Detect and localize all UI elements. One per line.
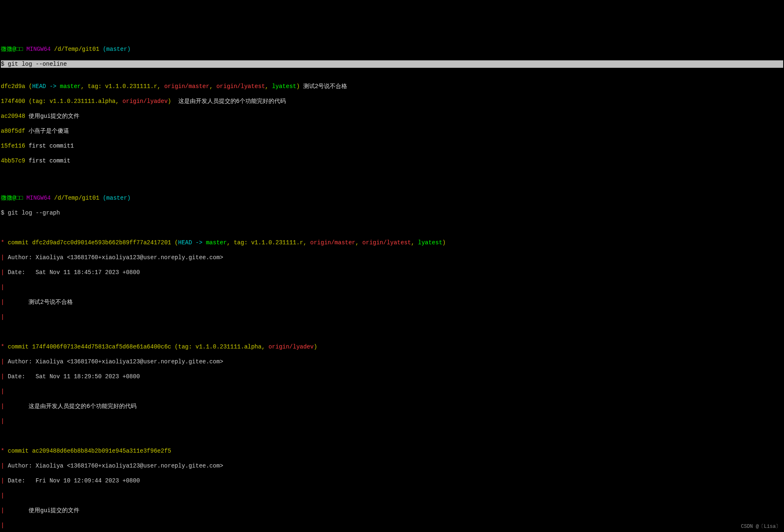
commit-message: first commit1 [25, 143, 74, 149]
date-line: Date: Sat Nov 11 18:29:50 2023 +0800 [8, 373, 140, 380]
log-line: a80f5df 小燕子是个傻逼 [1, 127, 783, 135]
watermark: CSDN @〔Lisa〕 [741, 523, 781, 530]
commit-message: 这是由开发人员提交的6个功能完好的代码 [171, 98, 286, 105]
commit-message: 测试2号说不合格 [300, 83, 348, 90]
commit-hash: 15fe116 [1, 143, 25, 149]
mingw-env: MINGW64 [26, 46, 51, 52]
cwd-path: /d/Temp/git01 [54, 46, 99, 52]
log-line: 15fe116 first commit1 [1, 142, 783, 150]
terminal-output[interactable]: 微微@□□ MINGW64 /d/Temp/git01 (master) $ g… [1, 31, 783, 532]
commit-message: first commit [25, 157, 70, 164]
author-line: Author: Xiaoliya <13681760+xiaoliya123@u… [8, 358, 223, 365]
prompt-line: 微微@□□ MINGW64 /d/Temp/git01 (master) [1, 194, 783, 202]
log-line: 174f400 (tag: v1.1.0.231111.alpha, origi… [1, 98, 783, 105]
prompt-line: 微微@□□ MINGW64 /d/Temp/git01 (master) [1, 45, 783, 53]
author-line: Author: Xiaoliya <13681760+xiaoliya123@u… [8, 463, 223, 469]
log-line: 4bb57c9 first commit [1, 157, 783, 165]
commit-hash: dfc2d9a [1, 83, 25, 90]
author-line: Author: Xiaoliya <13681760+xiaoliya123@u… [8, 254, 223, 261]
commit-hash: ac209488d6e6b8b84b2b091e945a311e3f96e2f5 [32, 448, 171, 454]
graph-commit-line: * commit dfc2d9ad7cc0d9014e593b662b89ff7… [1, 239, 783, 246]
commit-hash: 174f4006f0713e44d75813caf5d68e61a6400c6c [32, 344, 171, 350]
command-text: git log --graph [8, 210, 60, 216]
commit-message: 小燕子是个傻逼 [25, 128, 69, 134]
branch-label: (master) [103, 46, 130, 52]
commit-message: 测试2号说不合格 [29, 299, 72, 305]
command-text: git log --oneline [8, 61, 67, 67]
commit-hash: 4bb57c9 [1, 157, 25, 164]
commit-message: 使用gui提交的文件 [25, 113, 80, 119]
graph-commit-line: * commit ac209488d6e6b8b84b2b091e945a311… [1, 447, 783, 455]
date-line: Date: Sat Nov 11 18:45:17 2023 +0800 [8, 269, 140, 276]
commit-hash: dfc2d9ad7cc0d9014e593b662b89ff77a2417201 [32, 239, 171, 246]
user-host: 微微@□□ [1, 46, 23, 52]
command-line: $ git log --oneline [1, 60, 783, 68]
commit-message: 使用gui提交的文件 [29, 507, 79, 514]
log-line: ac20948 使用gui提交的文件 [1, 112, 783, 120]
commit-hash: 174f400 [1, 98, 25, 105]
commit-message: 这是由开发人员提交的6个功能完好的代码 [29, 403, 136, 410]
commit-hash: ac20948 [1, 113, 25, 119]
command-line: $ git log --graph [1, 209, 783, 217]
graph-commit-line: * commit 174f4006f0713e44d75813caf5d68e6… [1, 343, 783, 351]
commit-hash: a80f5df [1, 128, 25, 134]
date-line: Date: Fri Nov 10 12:09:44 2023 +0800 [8, 477, 140, 484]
log-line: dfc2d9a (HEAD -> master, tag: v1.1.0.231… [1, 83, 783, 90]
